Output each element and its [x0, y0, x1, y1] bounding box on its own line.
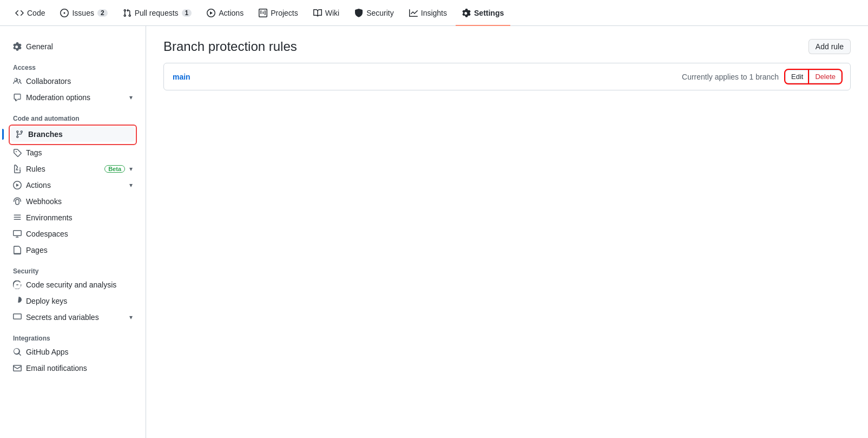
- add-rule-button[interactable]: Add rule: [808, 39, 851, 54]
- people-icon: [13, 77, 22, 86]
- top-navigation: Code Issues 2 Pull requests 1 Actions Pr…: [0, 0, 868, 26]
- general-icon: [13, 42, 22, 51]
- environments-label: Environments: [26, 213, 133, 222]
- sidebar-item-environments[interactable]: Environments: [9, 210, 137, 225]
- key-icon: [13, 297, 22, 305]
- pages-icon: [13, 246, 22, 254]
- moderation-chevron-icon: ▾: [129, 94, 133, 101]
- integrations-section-label: Integrations: [9, 326, 137, 344]
- rules-label: Rules: [26, 165, 100, 173]
- projects-icon: [259, 9, 267, 17]
- codesecurity-icon: [13, 280, 22, 289]
- nav-wiki-label: Wiki: [325, 9, 339, 17]
- delete-rule-button[interactable]: Delete: [809, 70, 841, 83]
- collaborators-label: Collaborators: [26, 77, 133, 86]
- rule-applies-text: Currently applies to 1 branch: [682, 73, 779, 81]
- sidebar-item-email-notifications[interactable]: Email notifications: [9, 361, 137, 376]
- security-icon: [354, 9, 363, 17]
- actions-chevron-icon: ▾: [129, 181, 133, 189]
- wiki-icon: [313, 9, 322, 17]
- sidebar-item-pages[interactable]: Pages: [9, 243, 137, 258]
- nav-issues-label: Issues: [72, 9, 94, 17]
- nav-code[interactable]: Code: [9, 0, 51, 25]
- nav-security[interactable]: Security: [348, 0, 400, 25]
- page-header: Branch protection rules Add rule: [163, 39, 851, 54]
- insights-icon: [409, 9, 418, 17]
- nav-insights-label: Insights: [421, 9, 447, 17]
- nav-insights[interactable]: Insights: [403, 0, 453, 25]
- tags-label: Tags: [26, 148, 133, 157]
- sidebar-item-codespaces[interactable]: Codespaces: [9, 226, 137, 241]
- page-title: Branch protection rules: [163, 39, 297, 54]
- pr-icon: [123, 9, 131, 17]
- nav-settings-label: Settings: [474, 9, 504, 17]
- branches-outline-box: Branches: [9, 125, 137, 145]
- sidebar-actions-icon: [13, 181, 22, 189]
- main-content: Branch protection rules Add rule main Cu…: [146, 26, 868, 438]
- moderation-icon: [13, 93, 22, 102]
- webhooks-icon: [13, 197, 22, 206]
- nav-projects[interactable]: Projects: [252, 0, 305, 25]
- secrets-label: Secrets and variables: [26, 313, 125, 322]
- nav-projects-label: Projects: [271, 9, 298, 17]
- rules-icon: [13, 165, 22, 173]
- sidebar-item-deploy-keys[interactable]: Deploy keys: [9, 293, 137, 309]
- actions-icon: [207, 9, 215, 17]
- sidebar-item-actions[interactable]: Actions ▾: [9, 178, 137, 193]
- code-security-label: Code security and analysis: [26, 280, 133, 289]
- nav-pull-requests[interactable]: Pull requests 1: [116, 0, 199, 25]
- secrets-icon: [13, 313, 22, 322]
- sidebar-item-secrets[interactable]: Secrets and variables ▾: [9, 310, 137, 325]
- issue-icon: [60, 9, 69, 17]
- github-apps-label: GitHub Apps: [26, 348, 133, 356]
- sidebar-item-rules[interactable]: Rules Beta ▾: [9, 161, 137, 176]
- rule-name: main: [173, 73, 682, 81]
- environments-icon: [13, 213, 22, 222]
- nav-wiki[interactable]: Wiki: [307, 0, 346, 25]
- sidebar-item-collaborators[interactable]: Collaborators: [9, 74, 137, 89]
- edit-rule-button[interactable]: Edit: [785, 70, 809, 83]
- apps-icon: [13, 348, 22, 356]
- branch-rule-row: main Currently applies to 1 branch Edit …: [163, 63, 851, 90]
- nav-security-label: Security: [366, 9, 394, 17]
- nav-actions-label: Actions: [219, 9, 244, 17]
- pages-label: Pages: [26, 246, 133, 254]
- sidebar-item-branches[interactable]: Branches: [11, 127, 135, 142]
- page-layout: General Access Collaborators Moderation …: [0, 26, 868, 438]
- tag-icon: [13, 148, 22, 157]
- nav-actions[interactable]: Actions: [200, 0, 250, 25]
- nav-settings[interactable]: Settings: [456, 0, 510, 25]
- rules-chevron-icon: ▾: [129, 165, 133, 173]
- settings-icon: [462, 9, 471, 17]
- email-notifications-label: Email notifications: [26, 364, 133, 372]
- secrets-chevron-icon: ▾: [129, 313, 133, 321]
- code-automation-section-label: Code and automation: [9, 106, 137, 125]
- general-label: General: [26, 42, 133, 51]
- nav-pr-label: Pull requests: [135, 9, 179, 17]
- sidebar: General Access Collaborators Moderation …: [0, 26, 146, 438]
- actions-label: Actions: [26, 181, 125, 189]
- sidebar-item-general[interactable]: General: [9, 39, 137, 54]
- rule-action-buttons: Edit Delete: [785, 70, 841, 83]
- sidebar-item-tags[interactable]: Tags: [9, 145, 137, 160]
- webhooks-label: Webhooks: [26, 197, 133, 206]
- codespaces-label: Codespaces: [26, 230, 133, 238]
- sidebar-item-moderation[interactable]: Moderation options ▾: [9, 90, 137, 105]
- beta-badge: Beta: [104, 165, 125, 173]
- active-indicator: [2, 129, 4, 140]
- sidebar-item-code-security[interactable]: Code security and analysis: [9, 277, 137, 292]
- email-icon: [13, 364, 22, 372]
- branches-label: Branches: [28, 130, 130, 139]
- deploy-keys-label: Deploy keys: [26, 297, 133, 305]
- codespaces-icon: [13, 230, 22, 238]
- nav-code-label: Code: [27, 9, 45, 17]
- branch-icon: [15, 130, 24, 139]
- access-section-label: Access: [9, 55, 137, 74]
- sidebar-item-webhooks[interactable]: Webhooks: [9, 194, 137, 209]
- security-section-label: Security: [9, 259, 137, 277]
- pr-badge: 1: [182, 9, 192, 17]
- moderation-label: Moderation options: [26, 93, 125, 102]
- nav-issues[interactable]: Issues 2: [54, 0, 114, 25]
- issues-badge: 2: [97, 9, 108, 17]
- sidebar-item-github-apps[interactable]: GitHub Apps: [9, 344, 137, 359]
